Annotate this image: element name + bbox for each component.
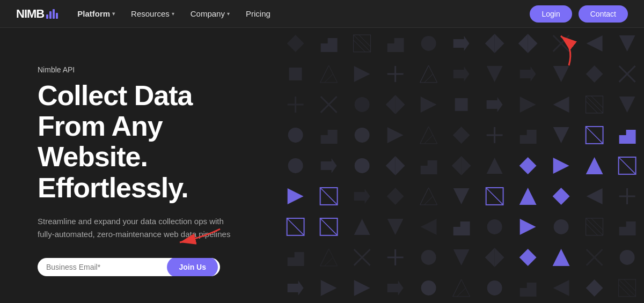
pattern-cell xyxy=(577,28,611,58)
svg-line-109 xyxy=(320,218,338,235)
svg-marker-35 xyxy=(586,65,603,83)
svg-point-42 xyxy=(355,97,370,112)
email-form[interactable]: Join Us xyxy=(38,258,220,276)
svg-marker-82 xyxy=(452,165,462,175)
pattern-cell xyxy=(346,272,379,303)
pattern-cell xyxy=(412,28,445,58)
hero-pattern xyxy=(279,28,644,303)
pattern-cell xyxy=(478,272,511,303)
svg-line-155 xyxy=(619,285,631,297)
pattern-cell xyxy=(346,89,379,120)
logo[interactable]: NIMB xyxy=(16,7,58,21)
svg-marker-15 xyxy=(518,43,528,53)
pattern-cell xyxy=(346,150,379,181)
nav-left: NIMB Platform ▾ Resources ▾ xyxy=(16,7,270,21)
pattern-cell xyxy=(378,242,412,272)
svg-marker-111 xyxy=(387,219,403,235)
svg-line-62 xyxy=(420,127,428,144)
svg-marker-103 xyxy=(586,188,602,204)
pattern-cell xyxy=(412,150,445,181)
pattern-cell xyxy=(445,28,478,58)
svg-marker-146 xyxy=(453,279,470,297)
svg-marker-85 xyxy=(519,157,537,174)
bar4 xyxy=(56,13,58,19)
pattern-cell xyxy=(545,242,578,272)
svg-marker-68 xyxy=(553,127,569,143)
svg-marker-101 xyxy=(519,188,537,205)
pattern-cell xyxy=(312,211,346,242)
pattern-cell xyxy=(346,28,379,58)
svg-marker-102 xyxy=(552,188,569,205)
svg-marker-31 xyxy=(453,66,470,82)
pattern-cell xyxy=(577,272,611,303)
svg-marker-150 xyxy=(520,283,537,297)
svg-marker-34 xyxy=(553,66,569,82)
nav-item-resources[interactable]: Resources ▾ xyxy=(131,9,174,18)
svg-point-130 xyxy=(421,250,436,265)
pattern-cell xyxy=(445,181,478,211)
svg-marker-67 xyxy=(520,130,537,144)
svg-line-96 xyxy=(420,188,428,205)
nav-item-pricing[interactable]: Pricing xyxy=(246,9,270,18)
pattern-cell xyxy=(412,58,445,89)
pattern-cell xyxy=(378,120,412,150)
svg-marker-73 xyxy=(321,158,337,173)
svg-line-156 xyxy=(624,279,636,291)
svg-marker-95 xyxy=(420,188,437,205)
svg-marker-115 xyxy=(520,219,536,235)
svg-point-57 xyxy=(288,128,303,143)
svg-marker-133 xyxy=(495,248,504,257)
svg-line-119 xyxy=(586,224,597,235)
svg-line-24 xyxy=(325,73,333,82)
svg-point-114 xyxy=(487,219,502,234)
bar2 xyxy=(49,11,52,19)
pattern-cell xyxy=(445,89,478,120)
main-content: Nimble API Collect Data From Any Website… xyxy=(0,28,644,303)
pattern-cell xyxy=(312,181,346,211)
pattern-cell xyxy=(378,58,412,89)
svg-marker-113 xyxy=(453,221,470,235)
svg-line-89 xyxy=(619,157,636,174)
svg-marker-136 xyxy=(519,249,537,266)
pattern-cell xyxy=(511,150,545,181)
nav-item-company[interactable]: Company ▾ xyxy=(191,9,230,18)
svg-marker-28 xyxy=(420,65,437,83)
bar3 xyxy=(53,9,55,19)
svg-marker-13 xyxy=(518,34,528,43)
join-button[interactable]: Join Us xyxy=(167,258,218,276)
pattern-cell xyxy=(511,181,545,211)
pattern-cell xyxy=(346,181,379,211)
svg-marker-112 xyxy=(420,219,436,235)
svg-marker-121 xyxy=(619,221,636,235)
svg-point-74 xyxy=(355,158,370,173)
pattern-cell xyxy=(478,242,511,272)
pattern-cell xyxy=(312,242,346,272)
svg-rect-21 xyxy=(289,68,302,80)
pattern-grid xyxy=(279,28,644,303)
svg-marker-93 xyxy=(354,189,370,204)
contact-button[interactable]: Contact xyxy=(579,5,628,23)
svg-marker-90 xyxy=(288,188,304,204)
pattern-cell xyxy=(279,150,312,181)
pattern-cell xyxy=(577,150,611,181)
svg-marker-75 xyxy=(385,156,395,166)
pattern-cell xyxy=(279,242,312,272)
svg-line-118 xyxy=(586,218,603,235)
svg-point-140 xyxy=(620,250,635,265)
svg-marker-71 xyxy=(619,130,636,144)
svg-marker-44 xyxy=(395,95,405,105)
pattern-cell xyxy=(378,89,412,120)
pattern-cell xyxy=(577,120,611,150)
svg-marker-16 xyxy=(528,43,538,53)
svg-marker-135 xyxy=(495,257,504,267)
login-button[interactable]: Login xyxy=(530,5,572,23)
pattern-cell xyxy=(577,58,611,89)
pattern-cell xyxy=(545,181,578,211)
pattern-cell xyxy=(478,28,511,58)
pattern-cell xyxy=(378,150,412,181)
pattern-cell xyxy=(611,150,644,181)
nav-item-platform[interactable]: Platform ▾ xyxy=(77,9,115,18)
email-input[interactable] xyxy=(46,263,165,271)
svg-line-92 xyxy=(320,188,338,205)
chevron-down-icon: ▾ xyxy=(112,11,115,17)
